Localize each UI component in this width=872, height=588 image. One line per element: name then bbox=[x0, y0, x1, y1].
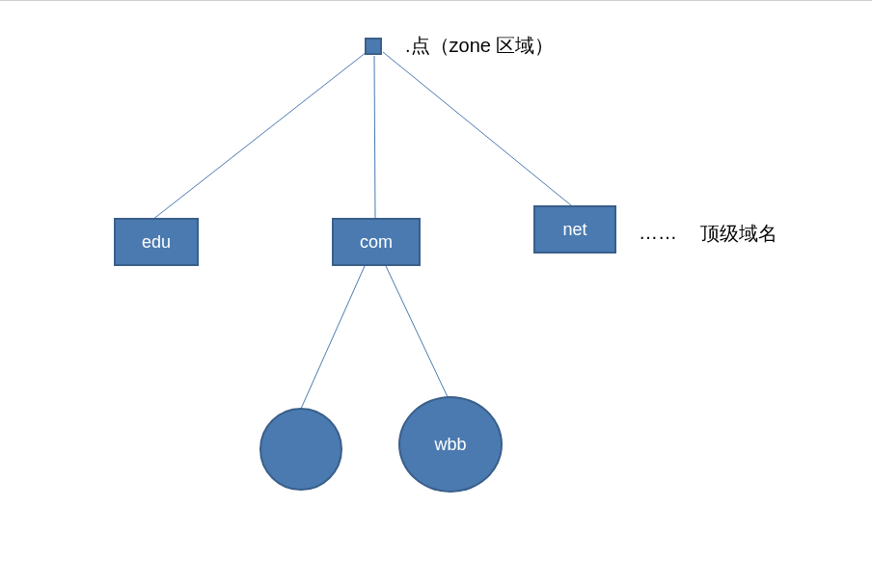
sub-circle2-label: wbb bbox=[434, 435, 466, 455]
root-label: .点（zone 区域） bbox=[405, 33, 554, 59]
root-node bbox=[365, 38, 382, 55]
sub-circle1-node bbox=[259, 408, 342, 491]
line-root-edu bbox=[152, 52, 367, 220]
line-com-circle2 bbox=[386, 266, 449, 399]
line-com-circle1 bbox=[301, 266, 365, 409]
tld-level-label: 顶级域名 bbox=[700, 221, 777, 247]
connector-lines bbox=[0, 1, 872, 588]
line-root-com bbox=[374, 56, 375, 218]
tld-com-label: com bbox=[360, 232, 393, 253]
tld-net-node: net bbox=[533, 205, 616, 254]
line-root-net bbox=[383, 52, 571, 205]
tld-net-label: net bbox=[562, 220, 586, 240]
tld-ellipsis-label: …… bbox=[639, 222, 677, 244]
sub-circle2-node: wbb bbox=[398, 396, 503, 493]
tld-edu-node: edu bbox=[114, 218, 199, 266]
tld-edu-label: edu bbox=[142, 232, 171, 253]
tld-com-node: com bbox=[332, 218, 421, 266]
